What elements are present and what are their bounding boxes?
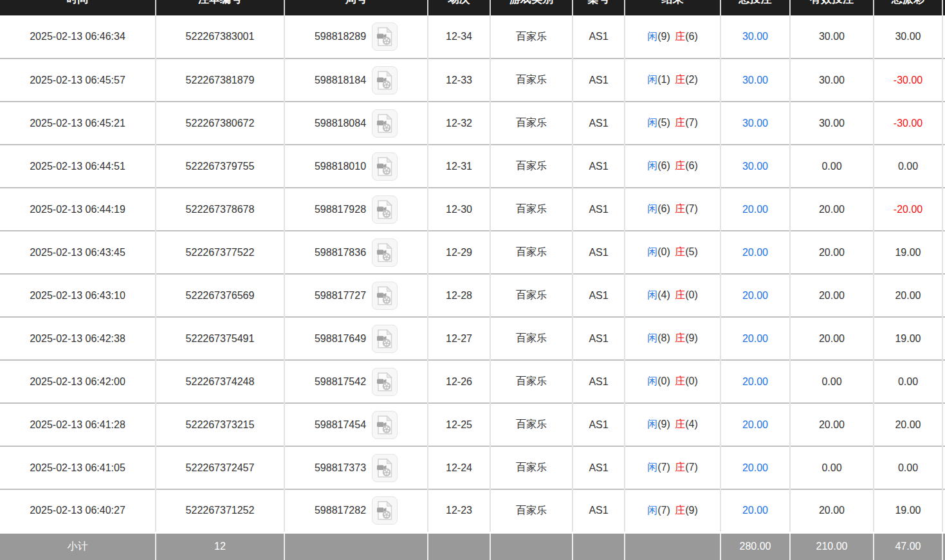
- video-replay-button[interactable]: [372, 66, 398, 95]
- banker-label: 庄: [675, 462, 685, 473]
- table-no-cell: AS1: [573, 231, 625, 274]
- records-body: 2025-02-13 06:46:34 522267383001 5988182…: [0, 15, 945, 532]
- total-bet-link[interactable]: 20.00: [742, 376, 768, 387]
- payout-cell: 19.00: [874, 317, 942, 360]
- col-header-table-no: 桌号: [573, 0, 625, 15]
- game-type-cell: 百家乐: [490, 274, 573, 317]
- row-edge-sliver: [942, 145, 945, 188]
- total-bet-link[interactable]: 20.00: [742, 419, 768, 430]
- total-bet-cell: 20.00: [720, 188, 790, 231]
- total-bet-link[interactable]: 20.00: [742, 204, 768, 215]
- player-label: 闲: [647, 332, 657, 343]
- video-replay-button[interactable]: [372, 496, 398, 525]
- player-score: (6): [657, 160, 670, 171]
- total-bet-link[interactable]: 20.00: [742, 505, 768, 516]
- bet-id-cell: 522267375491: [156, 317, 284, 360]
- row-edge-sliver: [942, 489, 945, 532]
- total-bet-link[interactable]: 30.00: [742, 75, 768, 86]
- game-type-cell: 百家乐: [490, 489, 573, 532]
- total-bet-link[interactable]: 30.00: [742, 118, 768, 129]
- col-header-valid-bet: 有效投注: [790, 0, 874, 15]
- banker-label: 庄: [675, 117, 685, 128]
- banker-label: 庄: [675, 332, 685, 343]
- video-replay-button[interactable]: [372, 195, 398, 224]
- payout-cell: 0.00: [874, 360, 942, 403]
- table-no-cell: AS1: [573, 489, 625, 532]
- time-cell: 2025-02-13 06:42:00: [0, 360, 156, 403]
- subtotal-row: 小计 12 280.00 210.00 47.00: [0, 532, 945, 560]
- bet-id-cell: 522267373215: [156, 403, 284, 446]
- total-bet-link[interactable]: 30.00: [742, 31, 768, 42]
- session-cell: 12-33: [428, 59, 490, 102]
- valid-bet-cell: 20.00: [790, 317, 874, 360]
- game-type-cell: 百家乐: [490, 59, 573, 102]
- total-bet-link[interactable]: 20.00: [742, 462, 768, 473]
- time-cell: 2025-02-13 06:45:21: [0, 102, 156, 145]
- video-replay-button[interactable]: [372, 325, 398, 353]
- bet-id-cell: 522267378678: [156, 188, 284, 231]
- round-id-value: 598817454: [315, 419, 366, 431]
- total-bet-link[interactable]: 30.00: [742, 161, 768, 172]
- result-cell: 闲(7) 庄(9): [625, 489, 720, 532]
- valid-bet-cell: 30.00: [790, 102, 874, 145]
- round-id-value: 598818184: [315, 75, 366, 86]
- result-cell: 闲(9) 庄(6): [625, 15, 720, 59]
- session-cell: 12-32: [428, 102, 490, 145]
- row-edge-sliver: [942, 446, 945, 489]
- payout-cell: 20.00: [874, 274, 942, 317]
- round-id-cell: 598818084: [284, 102, 428, 145]
- total-bet-cell: 20.00: [720, 231, 790, 274]
- round-id-value: 598817928: [315, 204, 366, 215]
- video-replay-button[interactable]: [372, 152, 398, 181]
- total-bet-link[interactable]: 20.00: [742, 247, 768, 258]
- result-cell: 闲(0) 庄(5): [625, 231, 720, 274]
- video-replay-button[interactable]: [372, 239, 398, 267]
- total-bet-link[interactable]: 20.00: [742, 290, 768, 301]
- total-bet-cell: 20.00: [720, 360, 790, 403]
- banker-score: (7): [685, 203, 698, 214]
- player-label: 闲: [647, 289, 657, 300]
- table-no-cell: AS1: [573, 317, 625, 360]
- valid-bet-cell: 20.00: [790, 188, 874, 231]
- result-cell: 闲(8) 庄(9): [625, 317, 720, 360]
- session-cell: 12-30: [428, 188, 490, 231]
- table-no-cell: AS1: [573, 188, 625, 231]
- round-id-cell: 598818184: [284, 59, 428, 102]
- subtotal-empty-game: [490, 532, 573, 560]
- col-header-edge-sliver: [942, 0, 945, 15]
- video-replay-button[interactable]: [372, 23, 398, 51]
- video-replay-button[interactable]: [372, 282, 398, 310]
- video-replay-button[interactable]: [372, 454, 398, 482]
- row-edge-sliver: [942, 188, 945, 231]
- total-bet-cell: 20.00: [720, 317, 790, 360]
- player-label: 闲: [647, 203, 657, 214]
- player-score: (0): [657, 375, 670, 386]
- table-row: 2025-02-13 06:41:28 522267373215 5988174…: [0, 403, 945, 446]
- total-bet-cell: 30.00: [720, 145, 790, 188]
- player-score: (1): [657, 74, 670, 85]
- payout-value: 0.00: [898, 462, 918, 473]
- video-file-icon: [376, 114, 393, 133]
- video-replay-button[interactable]: [372, 109, 398, 138]
- round-id-cell: 598817542: [284, 360, 428, 403]
- table-footer: 小计 12 280.00 210.00 47.00: [0, 532, 945, 560]
- round-id-value: 598817373: [315, 462, 366, 474]
- round-id-value: 598818084: [315, 118, 366, 129]
- video-replay-button[interactable]: [372, 411, 398, 439]
- player-score: (7): [657, 462, 670, 473]
- result-cell: 闲(7) 庄(7): [625, 446, 720, 489]
- bet-id-cell: 522267372457: [156, 446, 284, 489]
- video-file-icon: [376, 243, 393, 262]
- banker-label: 庄: [675, 203, 685, 214]
- result-cell: 闲(0) 庄(0): [625, 360, 720, 403]
- result-cell: 闲(6) 庄(7): [625, 188, 720, 231]
- round-id-cell: 598817836: [284, 231, 428, 274]
- result-cell: 闲(6) 庄(6): [625, 145, 720, 188]
- total-bet-link[interactable]: 20.00: [742, 333, 768, 344]
- banker-score: (7): [685, 462, 698, 473]
- video-replay-button[interactable]: [372, 368, 398, 396]
- banker-score: (9): [685, 505, 698, 516]
- bet-records-screen: 时间 注单编号 局号 场次 游戏类别 桌号 结果 总投注 有效投注 总派彩 20…: [0, 0, 945, 560]
- valid-bet-cell: 20.00: [790, 403, 874, 446]
- row-edge-sliver: [942, 102, 945, 145]
